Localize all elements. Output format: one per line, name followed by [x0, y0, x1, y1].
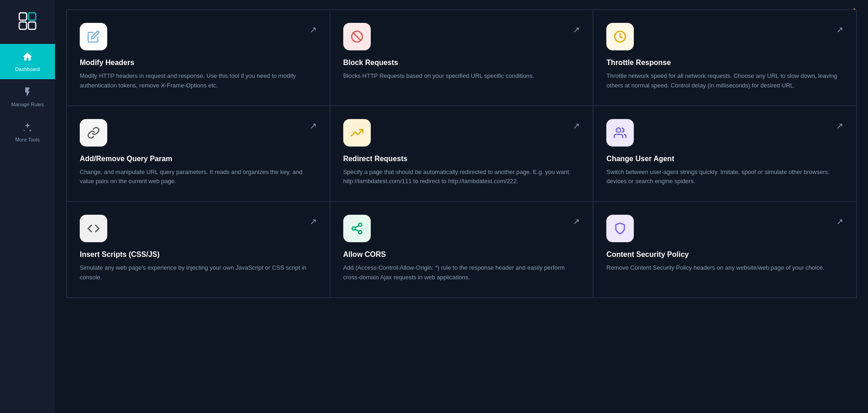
csp-desc: Remove Content Security Policy headers o… — [606, 263, 843, 273]
throttle-response-arrow: ↗ — [836, 25, 843, 35]
user-agent-icon — [606, 119, 634, 147]
svg-rect-1 — [28, 13, 36, 20]
svg-point-7 — [616, 128, 621, 132]
csp-arrow: ↗ — [836, 217, 843, 227]
svg-rect-3 — [28, 22, 36, 29]
tool-card-redirect-requests[interactable]: ↗ Redirect Requests Specify a page that … — [330, 106, 593, 202]
redirect-requests-title: Redirect Requests — [343, 155, 580, 163]
csp-icon — [606, 215, 634, 242]
tool-card-insert-scripts[interactable]: ↗ Insert Scripts (CSS/JS) Simulate any w… — [66, 201, 330, 298]
throttle-response-icon — [606, 23, 634, 50]
modify-headers-desc: Modify HTTP headers in request and respo… — [80, 71, 317, 91]
user-agent-desc: Switch between user-agent strings quickl… — [606, 168, 843, 187]
allow-cors-icon — [343, 215, 371, 242]
bolt-icon — [22, 87, 33, 99]
query-param-icon — [80, 119, 107, 147]
sidebar-item-manage-rules-label: Manage Rules — [11, 102, 44, 107]
query-param-title: Add/Remove Query Param — [80, 155, 317, 163]
query-param-arrow: ↗ — [310, 121, 317, 131]
redirect-requests-arrow: ↗ — [573, 121, 580, 131]
modify-headers-icon — [80, 23, 107, 50]
tool-card-user-agent[interactable]: ↗ Change User Agent Switch between user-… — [593, 106, 857, 202]
tool-card-query-param[interactable]: ↗ Add/Remove Query Param Change, and man… — [66, 106, 330, 202]
sidebar-item-manage-rules[interactable]: Manage Rules — [0, 79, 55, 114]
insert-scripts-title: Insert Scripts (CSS/JS) — [80, 250, 317, 259]
redirect-requests-desc: Specify a page that should be automatica… — [343, 168, 580, 187]
svg-line-5 — [353, 33, 360, 40]
block-requests-desc: Blocks HTTP Requests based on your speci… — [343, 71, 580, 81]
throttle-response-title: Throttle Response — [606, 59, 843, 67]
modify-headers-title: Modify Headers — [80, 59, 317, 67]
redirect-requests-icon — [343, 119, 371, 147]
sidebar-item-dashboard[interactable]: Dashboard — [0, 44, 55, 79]
sidebar-item-more-tools[interactable]: More Tools — [0, 114, 55, 150]
tool-card-throttle-response[interactable]: ↗ Throttle Response Throttle network spe… — [593, 10, 857, 106]
modify-headers-arrow: ↗ — [310, 25, 317, 35]
block-requests-icon — [343, 23, 371, 50]
throttle-response-desc: Throttle network speed for all network r… — [606, 71, 843, 91]
app-logo — [14, 7, 41, 35]
block-requests-title: Block Requests — [343, 59, 580, 67]
home-icon — [22, 51, 33, 64]
tool-card-block-requests[interactable]: ↗ Block Requests Blocks HTTP Requests ba… — [330, 10, 593, 106]
sidebar-item-dashboard-label: Dashboard — [15, 66, 40, 72]
tool-card-modify-headers[interactable]: ↗ Modify Headers Modify HTTP headers in … — [66, 10, 330, 106]
allow-cors-desc: Add (Access-Control-Allow-Origin: *) rul… — [343, 263, 580, 283]
query-param-desc: Change, and manipulate URL query paramet… — [80, 168, 317, 187]
insert-scripts-desc: Simulate any web page's experience by in… — [80, 263, 317, 283]
tool-card-csp[interactable]: ↗ Content Security Policy Remove Content… — [593, 201, 857, 298]
user-agent-title: Change User Agent — [606, 155, 843, 163]
svg-line-11 — [355, 229, 359, 232]
sidebar: Dashboard Manage Rules More Tools — [0, 0, 55, 413]
sidebar-item-more-tools-label: More Tools — [15, 137, 40, 142]
tool-card-allow-cors[interactable]: ↗ Allow CORS Add (Access-Control-Allow-O… — [330, 201, 593, 298]
main-content: 🌙 ↗ Modify Headers Modify HTTP headers i… — [55, 0, 868, 413]
allow-cors-arrow: ↗ — [573, 217, 580, 227]
user-agent-arrow: ↗ — [836, 121, 843, 131]
tools-grid: ↗ Modify Headers Modify HTTP headers in … — [66, 9, 857, 298]
insert-scripts-arrow: ↗ — [310, 217, 317, 227]
svg-rect-0 — [19, 13, 27, 20]
svg-line-12 — [355, 226, 359, 228]
block-requests-arrow: ↗ — [573, 25, 580, 35]
csp-title: Content Security Policy — [606, 250, 843, 259]
allow-cors-title: Allow CORS — [343, 250, 580, 259]
svg-rect-2 — [19, 22, 27, 29]
sparkle-icon — [22, 122, 33, 134]
insert-scripts-icon — [80, 215, 107, 242]
